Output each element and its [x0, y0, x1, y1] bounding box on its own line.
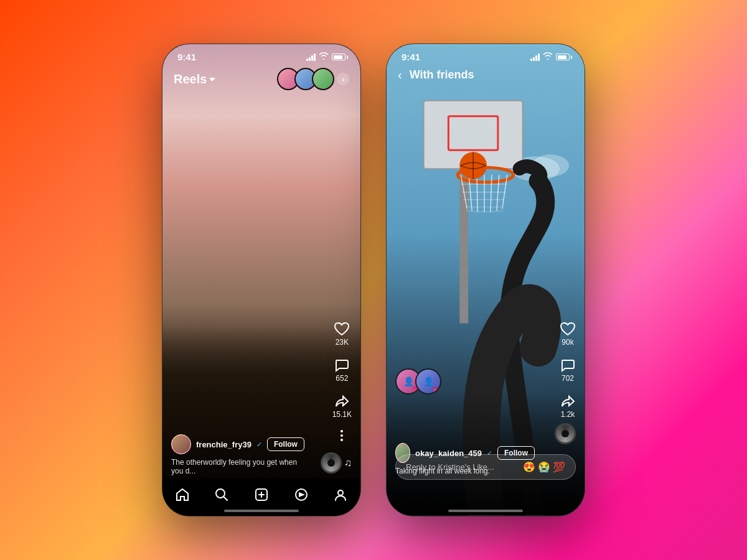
wifi-icon-2 [543, 52, 553, 62]
like-count-1: 23K [336, 338, 349, 347]
heart-icon-2 [560, 322, 576, 337]
caption-1: The otherworldly feeling you get when yo… [171, 458, 311, 475]
nav-home-1[interactable] [170, 482, 195, 507]
heart-badge-2: 💗 [432, 386, 441, 394]
like-action-1[interactable]: 23K [334, 322, 350, 347]
heart-icon-1 [334, 322, 350, 337]
status-icons-1 [306, 52, 345, 62]
emoji-2[interactable]: 😭 [538, 461, 550, 473]
nav-reels-1[interactable] [289, 482, 314, 507]
phone-2: 9:41 ‹ With friends [386, 44, 585, 516]
music-disc-1 [321, 452, 342, 474]
reels-label: Reels [174, 72, 207, 86]
phone-1: 9:41 Reels [162, 44, 361, 516]
nav-create-1[interactable] [249, 482, 274, 507]
friend-bubble-2[interactable]: 👤 💗 [415, 368, 441, 394]
status-icons-2 [530, 52, 570, 62]
music-note-icon-1: ♫ [344, 457, 352, 469]
signal-icon-1 [306, 54, 316, 61]
action-buttons-1: 23K 652 15.1K [332, 322, 352, 441]
reels-title[interactable]: Reels [174, 72, 215, 86]
share-count-1: 15.1K [332, 410, 352, 419]
home-indicator-1 [224, 510, 299, 512]
battery-icon-2 [556, 54, 570, 60]
nav-search-1[interactable] [209, 482, 234, 507]
emoji-1[interactable]: 😍 [523, 461, 535, 473]
comment-icon-1 [334, 358, 349, 373]
signal-icon-2 [530, 54, 540, 61]
like-count-2: 90k [561, 338, 573, 347]
time-display-2: 9:41 [402, 52, 420, 62]
music-disc-inner-2 [561, 430, 569, 437]
battery-icon-1 [332, 54, 345, 60]
user-row-1: frenchie_fry39 ✓ Follow [171, 434, 311, 454]
reply-bar[interactable]: Reply to Kristine's Like... 😍 😭 💯 [395, 454, 576, 480]
comment-action-2[interactable]: 702 [560, 358, 575, 383]
nav-profile-1[interactable] [328, 482, 353, 507]
stories-avatars[interactable] [277, 68, 349, 90]
time-display-1: 9:41 [177, 52, 196, 62]
svg-point-3 [338, 490, 343, 495]
share-icon-1 [334, 394, 349, 409]
username-1[interactable]: frenchie_fry39 [196, 440, 251, 449]
phone2-header: ‹ With friends [387, 68, 585, 82]
share-count-2: 1.2k [561, 410, 575, 419]
more-action-1[interactable] [341, 430, 343, 441]
status-bar-1: 9:41 [162, 44, 360, 66]
user-avatar-1[interactable] [171, 434, 191, 454]
music-disc-inner-1 [327, 459, 335, 467]
stories-more-icon[interactable] [337, 73, 349, 85]
follow-button-1[interactable]: Follow [267, 437, 304, 451]
share-action-2[interactable]: 1.2k [560, 394, 575, 419]
reply-emojis: 😍 😭 💯 [523, 461, 565, 473]
back-arrow-icon[interactable]: ‹ [398, 68, 402, 82]
share-action-1[interactable]: 15.1K [332, 394, 352, 419]
video-info-1: frenchie_fry39 ✓ Follow The otherworldly… [171, 434, 311, 475]
music-note-area-1: ♫ [321, 452, 352, 474]
reels-dropdown-icon [209, 78, 215, 82]
verified-icon-1: ✓ [256, 441, 262, 449]
status-bar-2: 9:41 [387, 44, 585, 66]
story-avatar-3[interactable] [312, 68, 334, 90]
comment-icon-2 [560, 358, 575, 373]
phone1-header: Reels [162, 68, 360, 90]
friends-watching: 👤 💗 👤 💗 [395, 368, 441, 394]
comment-count-1: 652 [336, 374, 348, 383]
svg-line-13 [477, 175, 477, 212]
more-dots-icon-1 [341, 430, 343, 441]
home-indicator-2 [448, 510, 523, 512]
reply-placeholder: Reply to Kristine's Like... [406, 462, 494, 472]
comment-action-1[interactable]: 652 [334, 358, 349, 383]
comment-count-2: 702 [561, 374, 574, 383]
music-area-2 [555, 423, 576, 444]
like-action-2[interactable]: 90k [560, 322, 576, 347]
page-title-2: With friends [410, 68, 474, 82]
wifi-icon-1 [319, 52, 329, 62]
music-disc-2 [555, 423, 576, 444]
share-icon-2 [560, 394, 575, 409]
emoji-3[interactable]: 💯 [553, 461, 565, 473]
